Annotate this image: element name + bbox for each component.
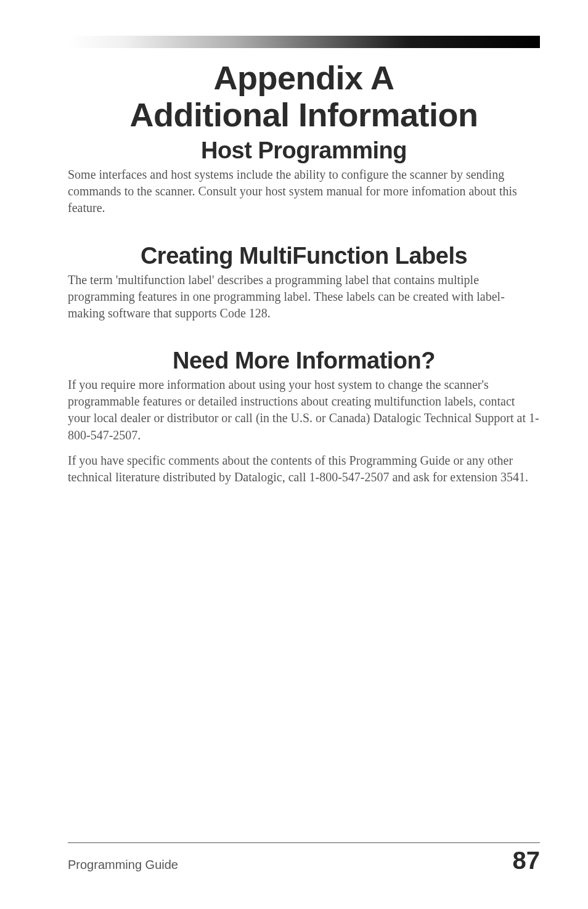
title-line1: Appendix A [213, 59, 394, 96]
page-footer: Programming Guide 87 [68, 842, 540, 874]
paragraph-host-programming: Some interfaces and host systems include… [68, 166, 540, 217]
footer-rule [68, 842, 540, 843]
footer-page-number: 87 [513, 847, 541, 874]
header-gradient-bar [68, 36, 540, 48]
page-content: Appendix A Additional Information Host P… [0, 0, 588, 486]
appendix-title: Appendix A Additional Information [68, 59, 540, 134]
heading-need-more: Need More Information? [68, 348, 540, 374]
heading-host-programming: Host Programming [68, 137, 540, 164]
paragraph-multifunction: The term 'multifunction label' describes… [68, 272, 540, 322]
heading-multifunction: Creating MultiFunction Labels [68, 243, 540, 269]
paragraph-need-more-2: If you have specific comments about the … [68, 452, 540, 486]
paragraph-need-more-1: If you require more information about us… [68, 377, 540, 444]
footer-row: Programming Guide 87 [68, 847, 540, 874]
footer-guide-label: Programming Guide [68, 858, 178, 872]
title-line2: Additional Information [130, 96, 478, 133]
